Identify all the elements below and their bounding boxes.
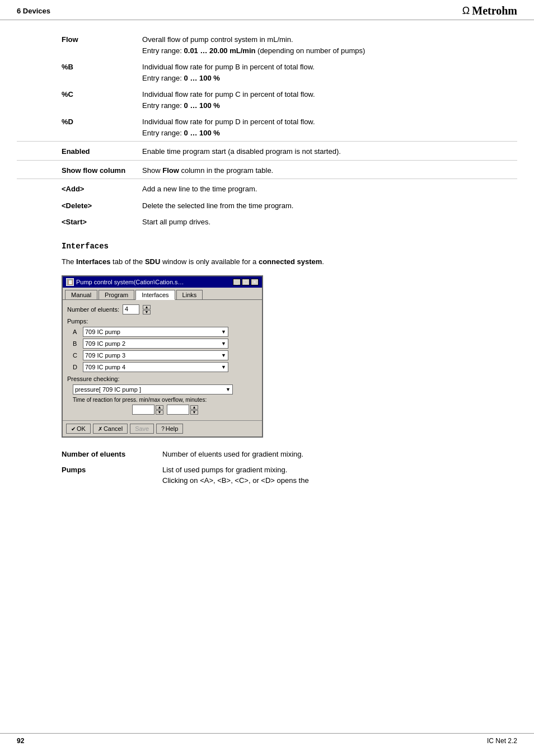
time-spinner-1[interactable]: ▲ ▼ <box>156 405 163 415</box>
param-key-enabled: Enabled <box>17 142 131 161</box>
param-value-start: Start all pump drives. <box>131 214 517 231</box>
param-key-start: <Start> <box>17 214 131 231</box>
eluents-row: Number of eluents: 4 ▲ ▼ <box>67 304 257 314</box>
pump-row-b: B 709 IC pump 2 ▼ <box>67 339 257 349</box>
window-controls[interactable]: _ □ × <box>233 279 259 285</box>
cancel-icon: ✗ <box>98 426 102 432</box>
window-body: Number of eluents: 4 ▲ ▼ Pumps: A 709 IC… <box>63 300 262 420</box>
titlebar-left: 📋 Pump control system(Cation\Cation.s… <box>66 278 184 286</box>
param-value-show-flow: Show Flow column in the program table. <box>131 160 517 179</box>
param-value-flow: Overall flow of pump control system in m… <box>131 31 517 59</box>
main-content: Flow Overall flow of pump control system… <box>0 20 534 500</box>
time-reaction-label: Time of reaction for press. min/max over… <box>73 397 257 403</box>
close-button[interactable]: × <box>251 279 259 285</box>
ok-button[interactable]: ✔ OK <box>66 424 91 434</box>
desc-key-num-eluents: Number of eluents <box>62 447 151 462</box>
save-label: Save <box>135 425 149 432</box>
eluents-label: Number of eluents: <box>67 306 119 313</box>
time-spin-up-1[interactable]: ▲ <box>156 405 163 410</box>
time-spin-up-2[interactable]: ▲ <box>190 405 198 410</box>
pump-value-b: 709 IC pump 2 <box>85 340 125 347</box>
time-input-group-2: ▲ ▼ <box>167 405 198 415</box>
time-spin-down-2[interactable]: ▼ <box>190 410 198 415</box>
desc-num-eluents: Number of eluents Number of eluents used… <box>62 447 517 462</box>
time-spinner-2[interactable]: ▲ ▼ <box>190 405 198 415</box>
param-value-add: Add a new line to the time program. <box>131 179 517 198</box>
dropdown-arrow-c: ▼ <box>221 353 226 358</box>
param-value-enabled: Enable time program start (a disabled pr… <box>131 142 517 161</box>
param-value-delete: Delete the selected line from the time p… <box>131 198 517 214</box>
pressure-label: Pressure checking: <box>67 375 257 382</box>
dropdown-arrow-b: ▼ <box>221 341 226 346</box>
pump-letter-a: A <box>73 328 81 335</box>
titlebar-icon: 📋 <box>66 278 74 286</box>
spin-up-icon[interactable]: ▲ <box>143 305 151 309</box>
tab-program[interactable]: Program <box>99 290 134 299</box>
pressure-select[interactable]: pressure[ 709 IC pump ] ▼ <box>73 384 233 395</box>
help-button[interactable]: ? Help <box>156 424 183 434</box>
cancel-button[interactable]: ✗ Cancel <box>93 424 128 434</box>
pressure-section: Pressure checking: pressure[ 709 IC pump… <box>67 375 257 415</box>
help-label: Help <box>166 425 179 432</box>
window-footer: ✔ OK ✗ Cancel Save ? Help <box>63 420 262 436</box>
pressure-value: pressure[ 709 IC pump ] <box>75 386 141 393</box>
interfaces-section: Interfaces The Interfaces tab of the SDU… <box>17 242 517 489</box>
pump-value-d: 709 IC pump 4 <box>85 364 125 370</box>
save-button[interactable]: Save <box>130 424 154 434</box>
pump-value-c: 709 IC pump 3 <box>85 352 125 359</box>
pump-row-c: C 709 IC pump 3 ▼ <box>67 350 257 360</box>
pump-letter-b: B <box>73 340 81 347</box>
minimize-button[interactable]: _ <box>233 279 241 285</box>
pump-select-b[interactable]: 709 IC pump 2 ▼ <box>83 339 228 349</box>
pressure-dropdown-arrow: ▼ <box>226 387 231 392</box>
desc-pumps: Pumps List of used pumps for gradient mi… <box>62 462 517 489</box>
time-input-max[interactable] <box>167 405 189 415</box>
pumps-label: Pumps: <box>67 318 257 325</box>
tab-manual[interactable]: Manual <box>65 290 97 299</box>
param-key-pctb: %B <box>17 59 131 86</box>
pump-select-c[interactable]: 709 IC pump 3 ▼ <box>83 350 228 360</box>
window-mockup: 📋 Pump control system(Cation\Cation.s… _… <box>62 275 263 438</box>
dropdown-arrow-a: ▼ <box>221 329 226 335</box>
ok-label: OK <box>77 425 86 432</box>
pump-select-a[interactable]: 709 IC pump ▼ <box>83 327 228 337</box>
eluents-input[interactable]: 4 <box>123 304 139 314</box>
interfaces-heading: Interfaces <box>62 242 517 251</box>
page-number: 92 <box>17 737 24 745</box>
param-value-pctd: Individual flow rate for pump D in perce… <box>131 114 517 142</box>
interfaces-intro: The Interfaces tab of the SDU window is … <box>62 256 353 268</box>
help-icon: ? <box>161 426 165 432</box>
maximize-button[interactable]: □ <box>242 279 250 285</box>
time-spin-down-1[interactable]: ▼ <box>156 410 163 415</box>
tab-links[interactable]: Links <box>176 290 203 299</box>
page: 6 Devices Ω Metrohm Flow Overall flow of… <box>0 0 534 756</box>
page-footer: 92 IC Net 2.2 <box>0 733 534 745</box>
param-pctc: %C Individual flow rate for pump C in pe… <box>17 86 517 114</box>
time-input-group-1: ▲ ▼ <box>132 405 163 415</box>
spin-down-icon[interactable]: ▼ <box>143 310 151 314</box>
window-titlebar: 📋 Pump control system(Cation\Cation.s… _… <box>63 276 262 288</box>
param-start: <Start> Start all pump drives. <box>17 214 517 231</box>
param-flow: Flow Overall flow of pump control system… <box>17 31 517 59</box>
dropdown-arrow-d: ▼ <box>221 364 226 370</box>
parameter-table: Flow Overall flow of pump control system… <box>17 31 517 231</box>
time-input-min[interactable] <box>132 405 154 415</box>
section-title: 6 Devices <box>17 7 50 15</box>
tab-interfaces[interactable]: Interfaces <box>135 290 175 300</box>
param-key-pctd: %D <box>17 114 131 142</box>
param-pctb: %B Individual flow rate for pump B in pe… <box>17 59 517 86</box>
page-header: 6 Devices Ω Metrohm <box>0 0 534 20</box>
time-reaction-inputs: ▲ ▼ ▲ ▼ <box>73 405 257 415</box>
eluents-spinner[interactable]: ▲ ▼ <box>143 305 151 314</box>
metrohm-logo: Ω Metrohm <box>462 4 517 17</box>
window-tabs: Manual Program Interfaces Links <box>63 288 262 300</box>
pump-select-d[interactable]: 709 IC pump 4 ▼ <box>83 362 228 372</box>
param-show-flow-column: Show flow column Show Flow column in the… <box>17 160 517 179</box>
param-key-add: <Add> <box>17 179 131 198</box>
param-key-pctc: %C <box>17 86 131 114</box>
pump-row-a: A 709 IC pump ▼ <box>67 327 257 337</box>
param-delete: <Delete> Delete the selected line from t… <box>17 198 517 214</box>
cancel-label: Cancel <box>104 425 123 432</box>
titlebar-text: Pump control system(Cation\Cation.s… <box>76 279 184 285</box>
desc-value-pumps: List of used pumps for gradient mixing. … <box>151 462 517 489</box>
